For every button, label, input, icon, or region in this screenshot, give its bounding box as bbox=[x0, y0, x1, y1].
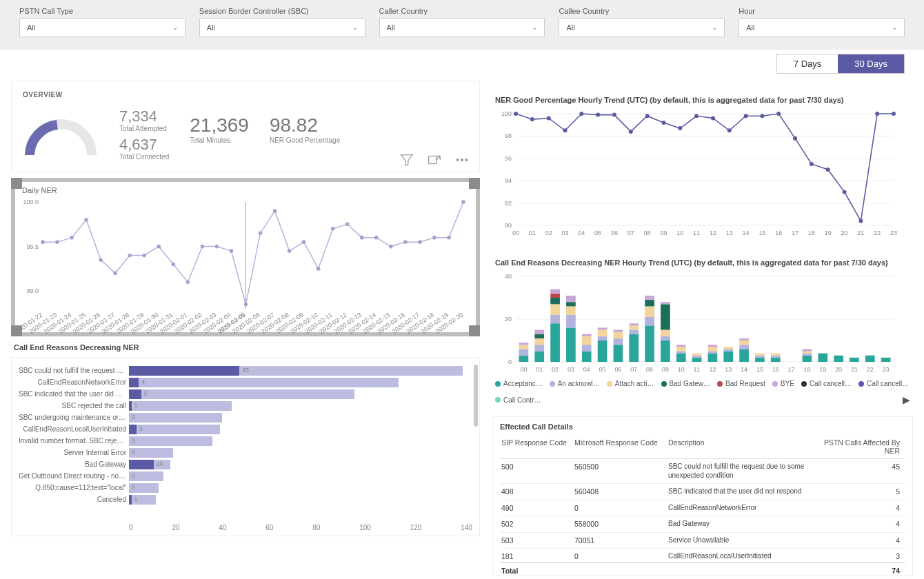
scrollbar[interactable] bbox=[474, 365, 478, 427]
svg-rect-210 bbox=[739, 341, 749, 345]
hbar-row[interactable]: Get Outbound Direct routing - no tr…0 bbox=[19, 470, 472, 482]
gauge-chart bbox=[23, 114, 99, 162]
kpi-minutes-label: Total Minutes bbox=[190, 136, 249, 144]
svg-rect-174 bbox=[629, 330, 639, 334]
table-row[interactable]: 1810CallEndReasonLocalUserInitiated3 bbox=[500, 549, 905, 562]
svg-text:94: 94 bbox=[505, 177, 512, 184]
svg-text:11: 11 bbox=[694, 366, 701, 373]
svg-text:17: 17 bbox=[792, 230, 799, 236]
svg-rect-206 bbox=[723, 347, 733, 349]
table-row[interactable]: 408560408SBC indicated that the user did… bbox=[500, 484, 905, 500]
legend-item[interactable]: Call cancell… bbox=[858, 380, 909, 387]
reasons-bar-chart[interactable]: SBC could not fulfill the request due…45… bbox=[11, 357, 480, 536]
svg-rect-233 bbox=[865, 356, 875, 362]
filter-select-callee[interactable]: All⌄ bbox=[559, 18, 725, 37]
svg-rect-193 bbox=[676, 345, 686, 347]
svg-rect-188 bbox=[661, 302, 670, 304]
hbar-row[interactable]: CallEndReasonLocalUserInitiated3 bbox=[19, 423, 472, 435]
svg-point-85 bbox=[596, 113, 600, 117]
svg-point-35 bbox=[432, 236, 436, 240]
period-30days[interactable]: 30 Days bbox=[838, 54, 904, 73]
legend-next-icon[interactable]: ▶ bbox=[903, 394, 910, 405]
svg-text:00: 00 bbox=[512, 230, 519, 236]
legend-item[interactable]: Call cancell… bbox=[801, 380, 852, 387]
svg-rect-147 bbox=[550, 304, 560, 315]
filter-select-hour[interactable]: All⌄ bbox=[739, 18, 905, 37]
svg-point-87 bbox=[629, 130, 633, 134]
legend-item[interactable]: An acknowl… bbox=[550, 380, 600, 387]
hbar-row[interactable]: SBC undergoing maintenance or te…0 bbox=[19, 412, 472, 423]
legend-item[interactable]: Bad Gatew… bbox=[661, 380, 710, 387]
filter-select-caller[interactable]: All⌄ bbox=[379, 18, 545, 37]
svg-rect-134 bbox=[519, 356, 529, 362]
svg-point-37 bbox=[461, 201, 465, 205]
hbar-row[interactable]: Invalid number format. SBC rejected…0 bbox=[19, 435, 472, 447]
table-title: Effected Call Details bbox=[500, 423, 905, 435]
svg-point-28 bbox=[331, 227, 335, 231]
hbar-row[interactable]: Bad Gateway10 bbox=[19, 458, 472, 470]
filter-callee-country: Callee Country All⌄ bbox=[559, 7, 725, 37]
svg-text:01: 01 bbox=[536, 366, 543, 373]
table-row[interactable]: 500560500SBC could not fulfill the reque… bbox=[500, 459, 905, 484]
svg-rect-184 bbox=[661, 341, 670, 362]
ner-hourly-plot[interactable]: 9092949698100000102030405060708091011121… bbox=[492, 110, 899, 241]
focus-mode-icon[interactable] bbox=[427, 152, 442, 167]
filter-select-sbc[interactable]: All⌄ bbox=[199, 18, 365, 37]
svg-text:03: 03 bbox=[568, 366, 574, 373]
filter-select-pstn[interactable]: All⌄ bbox=[19, 18, 185, 37]
svg-rect-143 bbox=[534, 330, 544, 334]
filter-icon[interactable] bbox=[399, 152, 414, 167]
svg-point-81 bbox=[530, 117, 534, 121]
hbar-row[interactable]: Server Internal Error0 bbox=[19, 447, 472, 458]
svg-text:0: 0 bbox=[508, 358, 512, 365]
svg-rect-190 bbox=[676, 354, 686, 362]
svg-text:40: 40 bbox=[505, 273, 512, 280]
svg-text:11: 11 bbox=[693, 230, 700, 236]
svg-point-26 bbox=[302, 241, 306, 245]
chevron-down-icon: ⌄ bbox=[892, 19, 897, 37]
table-row[interactable]: 4900CallEndReasonNetworkError4 bbox=[500, 500, 905, 517]
legend-item[interactable]: Bad Request bbox=[717, 380, 765, 387]
svg-point-16 bbox=[157, 245, 161, 249]
svg-point-21 bbox=[230, 250, 234, 254]
svg-rect-219 bbox=[771, 354, 781, 356]
svg-point-92 bbox=[711, 116, 715, 120]
svg-point-84 bbox=[579, 112, 583, 116]
table-row[interactable]: 502558000Bad Gateway4 bbox=[500, 516, 905, 533]
hbar-row[interactable]: SBC rejected the call1 bbox=[19, 400, 472, 412]
legend-item[interactable]: Acceptanc… bbox=[495, 380, 543, 387]
more-options-icon[interactable] bbox=[454, 152, 470, 167]
svg-rect-142 bbox=[534, 334, 544, 338]
svg-text:13: 13 bbox=[725, 366, 732, 373]
hbar-row[interactable]: SBC could not fulfill the request due…45 bbox=[19, 365, 472, 376]
reasons-hourly-plot[interactable]: 0204000010203040506070809101112131415161… bbox=[492, 272, 899, 376]
svg-rect-153 bbox=[566, 315, 576, 328]
period-7days[interactable]: 7 Days bbox=[777, 54, 838, 73]
svg-point-24 bbox=[273, 209, 277, 213]
svg-text:22: 22 bbox=[874, 230, 881, 236]
svg-point-101 bbox=[858, 219, 863, 223]
hbar-row[interactable]: Q.850;cause=112;text="local"0 bbox=[19, 482, 472, 494]
legend-item[interactable]: Attach acti… bbox=[607, 380, 654, 387]
svg-text:100: 100 bbox=[501, 110, 512, 117]
hbar-row[interactable]: CallEndReasonNetworkError4 bbox=[19, 376, 472, 388]
svg-point-103 bbox=[892, 112, 896, 116]
kpi-attempted-label: Total Attempted bbox=[119, 125, 169, 132]
svg-rect-227 bbox=[818, 354, 827, 362]
svg-rect-217 bbox=[771, 358, 781, 362]
table-header[interactable]: SIP Response Code Microsoft Response Cod… bbox=[500, 435, 905, 459]
svg-point-10 bbox=[70, 236, 74, 240]
legend-item[interactable]: BYE bbox=[772, 380, 794, 387]
svg-rect-181 bbox=[645, 300, 654, 306]
table-row[interactable]: 50370051Service Unavailable4 bbox=[500, 533, 905, 549]
hbar-row[interactable]: Canceled1 bbox=[19, 494, 472, 505]
legend-item[interactable]: Call Contr… bbox=[495, 396, 541, 404]
svg-text:15: 15 bbox=[759, 230, 765, 236]
svg-text:99.0: 99.0 bbox=[26, 288, 39, 295]
hbar-row[interactable]: SBC indicated that the user did not r…5 bbox=[19, 388, 472, 400]
svg-point-20 bbox=[215, 245, 219, 249]
svg-rect-187 bbox=[661, 304, 670, 329]
svg-rect-178 bbox=[645, 325, 654, 362]
svg-rect-179 bbox=[645, 317, 654, 325]
daily-ner-chart[interactable]: Daily NER 99.099.5100.02020-01-222020-01… bbox=[11, 178, 480, 336]
